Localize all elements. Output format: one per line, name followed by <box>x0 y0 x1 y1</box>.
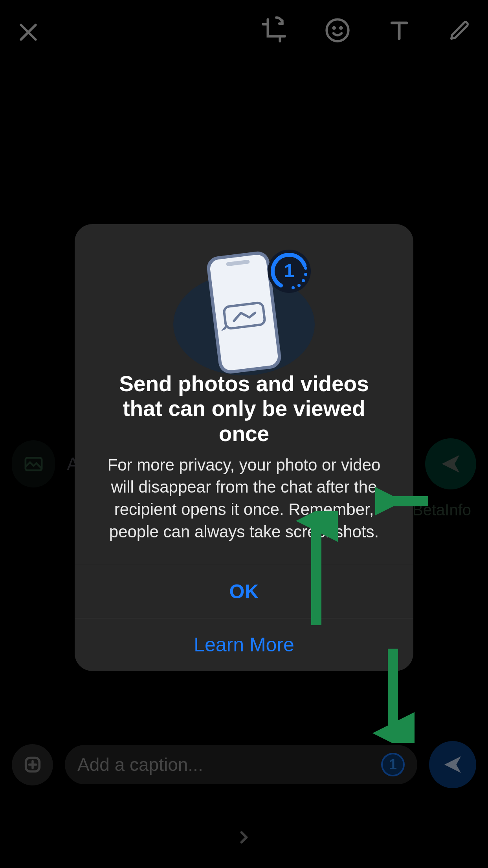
svg-point-19 <box>292 286 295 289</box>
svg-point-16 <box>304 273 307 276</box>
dialog-learn-more-button[interactable]: Learn More <box>75 618 413 671</box>
plus-icon <box>22 754 43 775</box>
illustration-badge-number: 1 <box>284 260 295 281</box>
caption-bar: 1 <box>12 737 476 792</box>
svg-point-18 <box>297 284 301 287</box>
add-media-button[interactable] <box>12 744 53 785</box>
svg-point-17 <box>302 279 305 282</box>
dialog-illustration: 1 <box>75 224 413 358</box>
dialog-ok-button[interactable]: OK <box>75 565 413 618</box>
view-once-info-dialog: 1 Send photos and videos that can only b… <box>75 224 413 671</box>
send-icon <box>442 754 464 776</box>
svg-point-15 <box>304 267 307 270</box>
chevron-right-icon <box>234 828 254 847</box>
caption-input-wrap: 1 <box>65 745 417 784</box>
dialog-body: For more privacy, your photo or video wi… <box>75 450 413 565</box>
caption-input[interactable] <box>77 754 375 775</box>
swipe-up-chevron <box>234 828 254 849</box>
send-button[interactable] <box>429 741 476 788</box>
phone-view-once-illustration: 1 <box>165 246 323 375</box>
view-once-toggle[interactable]: 1 <box>381 753 405 776</box>
